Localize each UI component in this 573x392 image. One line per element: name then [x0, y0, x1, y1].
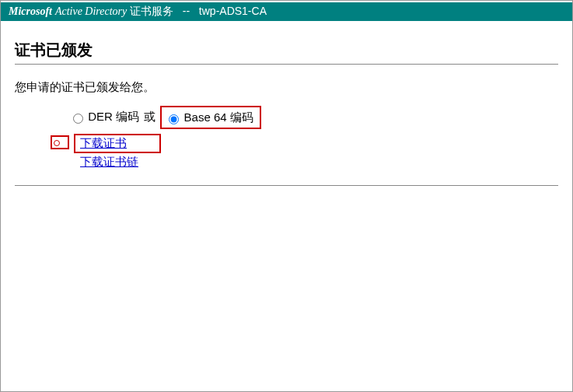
der-radio[interactable] [73, 114, 83, 124]
download-cert-link[interactable]: 下载证书 [80, 136, 127, 149]
der-label: DER 编码 [88, 110, 139, 123]
download-chain-link[interactable]: 下载证书链 [80, 155, 138, 168]
base64-encoding-option[interactable]: Base 64 编码 [165, 110, 253, 124]
header-service-label: 证书服务 [130, 5, 173, 17]
issued-message: 您申请的证书已颁发给您。 [15, 80, 558, 95]
der-encoding-option[interactable]: DER 编码 [69, 110, 142, 123]
header-bar: Microsoft Active Directory 证书服务 -- twp-A… [1, 1, 572, 23]
header-brand: Microsoft [9, 5, 52, 17]
bottom-divider [15, 185, 558, 186]
header-product: Active Directory [55, 5, 127, 17]
content-area: 证书已颁发 您申请的证书已颁发给您。 DER 编码 或 Base 64 编码 下… [1, 23, 572, 194]
base64-highlight-box: Base 64 编码 [160, 106, 260, 129]
header-ca-name: twp-ADS1-CA [199, 5, 267, 17]
header-separator: -- [183, 5, 190, 17]
base64-radio[interactable] [169, 114, 179, 124]
encoding-options: DER 编码 或 Base 64 编码 [69, 106, 558, 129]
base64-label: Base 64 编码 [184, 110, 253, 124]
title-divider [15, 64, 558, 65]
download-block: 下载证书 下载证书链 [51, 134, 558, 170]
download-cert-highlight-box: 下载证书 [74, 134, 161, 153]
certificate-icon [51, 135, 69, 149]
page-title: 证书已颁发 [15, 40, 558, 61]
or-text: 或 [142, 110, 157, 123]
